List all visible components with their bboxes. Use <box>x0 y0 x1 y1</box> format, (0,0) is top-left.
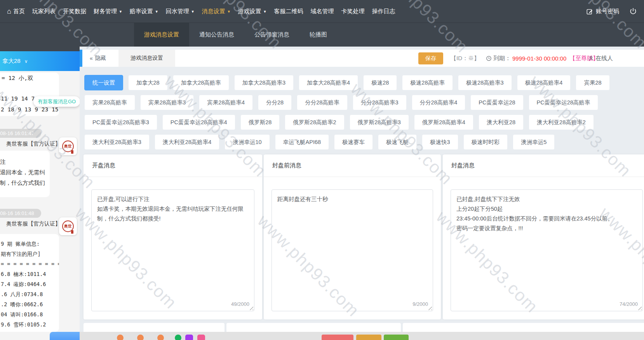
home-icon: ⌂ <box>7 8 11 15</box>
hide-sidebar-button[interactable]: « 隐藏 <box>90 50 106 67</box>
panel-1: 开盘消息已开盘,可以进行下注 如遇卡奖，本期无效退回本金，无需纠结玩家下注无任何… <box>84 154 262 319</box>
power-icon[interactable] <box>629 7 637 15</box>
bottom-action-button[interactable] <box>384 335 409 340</box>
game-row: PC蛋蛋幸运28高赔率3PC蛋蛋幸运28高赔率4俄罗斯28俄罗斯28高赔率2俄罗… <box>84 114 644 130</box>
tab-3[interactable]: 公告弹窗消息 <box>244 23 299 47</box>
current-page-tab[interactable]: 游戏消息设置 <box>118 50 175 67</box>
tab-4[interactable]: 轮播图 <box>299 23 337 47</box>
chat-timestamp: 08-16 16:01:47 <box>0 129 41 138</box>
nav-item-4[interactable]: 财务管理▼ <box>94 8 122 15</box>
game-button[interactable]: 澳洲幸运10 <box>225 134 270 150</box>
panel-title: 封盘消息 <box>443 154 644 177</box>
game-button[interactable]: 统一设置 <box>84 75 123 90</box>
nav-item-3[interactable]: 开奖数据 <box>63 8 86 15</box>
color-dot[interactable] <box>175 335 181 340</box>
game-button[interactable]: 分分28高赔率4 <box>412 95 466 110</box>
chat-result-line: 2 18 9 13 9 23 15 <box>1 106 58 113</box>
color-dot[interactable] <box>137 335 144 340</box>
game-button[interactable]: 极速28高赔率3 <box>458 75 512 90</box>
panel-body: 已开盘,可以进行下注 如遇卡奖，本期无效退回本金，无需纠结玩家下注无任何限制，什… <box>84 177 262 311</box>
message-text: 已封盘,封盘线下下注无效 上分20起下分50起 23:45-00:00后台统计数… <box>456 194 637 233</box>
game-button[interactable]: 分分28 <box>258 95 292 110</box>
game-button[interactable]: PC蛋蛋幸运28 <box>470 95 523 110</box>
resize-handle-icon[interactable] <box>428 306 432 310</box>
chat-message-line: 7.4 蓶妳:0464.6 <box>1 279 58 289</box>
game-button[interactable]: 极速28 <box>363 75 397 90</box>
color-dot[interactable] <box>117 335 124 340</box>
game-button[interactable]: 极速快3 <box>422 134 458 150</box>
game-button[interactable]: 极速飞艇 <box>378 134 417 150</box>
game-button[interactable]: 宾果28高赔率4 <box>199 95 253 110</box>
bottom-action-button[interactable] <box>322 335 353 340</box>
nav-item-8[interactable]: 游戏设置▼ <box>238 8 267 15</box>
nav-item-9[interactable]: 客服二维码 <box>274 8 303 15</box>
tab-1[interactable]: 游戏消息设置 <box>134 23 189 47</box>
message-textarea[interactable]: 已开盘,可以进行下注 如遇卡奖，本期无效退回本金，无需纠结玩家下注无任何限制，什… <box>91 189 254 311</box>
chat-message-line: .2 嗜你:0662.6 <box>1 299 58 309</box>
game-button[interactable]: 澳大利亚28 <box>479 114 524 130</box>
game-button[interactable]: 俄罗斯28高赔率4 <box>414 114 473 130</box>
game-button[interactable]: 俄罗斯28高赔率2 <box>285 114 344 130</box>
nav-item-6[interactable]: 回水管理▼ <box>166 8 195 15</box>
game-button[interactable]: 加拿大28高赔率3 <box>234 75 294 90</box>
game-button[interactable]: 宾果28 <box>576 75 609 90</box>
game-button[interactable]: 极速时时彩 <box>463 134 508 150</box>
chevron-down-icon: ▼ <box>191 10 195 14</box>
account-password-button[interactable]: 账号密码 <box>587 8 619 15</box>
chat-timestamp: 08-16 16:01:48 <box>0 209 41 218</box>
game-row: 澳大利亚28高赔率3澳大利亚28高赔率4澳洲幸运10幸运飞艇API68极速赛车极… <box>84 134 644 150</box>
customer-service-chat-widget: 拿大28 ∨ = 12 小,双 11 19 14 7 1 2 18 9 13 9… <box>0 47 80 340</box>
nav-item-10[interactable]: 域名管理 <box>310 8 334 15</box>
nav-item-5[interactable]: 赔率设置▼ <box>130 8 158 15</box>
game-button[interactable]: 分分28高赔率 <box>297 95 348 110</box>
color-dot[interactable] <box>185 335 193 340</box>
online-count: 在线人 <box>588 50 613 67</box>
nav-item-11[interactable]: 卡奖处理 <box>341 8 364 15</box>
send-button[interactable] <box>50 332 80 340</box>
save-button[interactable]: 保存 <box>418 52 443 64</box>
nav-item-label: 开奖数据 <box>63 8 86 15</box>
tab-2[interactable]: 通知公告消息 <box>189 23 244 47</box>
game-button[interactable]: 澳大利亚28高赔率4 <box>155 134 220 150</box>
sidebar-accent-bar <box>80 50 82 67</box>
resize-handle-icon[interactable] <box>637 306 642 310</box>
nav-item-label: 客服二维码 <box>274 8 303 15</box>
game-button[interactable]: 俄罗斯28高赔率3 <box>350 114 409 130</box>
message-textarea[interactable]: 距离封盘还有三十秒9/2000 <box>272 189 433 311</box>
chat-message-line: 退回本金，无需纠 <box>0 167 47 178</box>
color-dot[interactable] <box>197 335 205 340</box>
chat-message-bubble: 注退回本金，无需纠制，什么方式我们 <box>0 151 50 197</box>
chevron-down-icon: ▼ <box>227 10 231 14</box>
game-button[interactable]: 澳大利亚28高赔率2 <box>529 114 594 130</box>
color-dot[interactable] <box>157 335 164 340</box>
game-button[interactable]: PC蛋蛋幸运28高赔率 <box>529 95 599 110</box>
chevron-down-icon: ▼ <box>155 10 158 14</box>
game-button[interactable]: PC蛋蛋幸运28高赔率3 <box>84 114 157 130</box>
game-button[interactable]: 极速28高赔率4 <box>517 75 571 90</box>
game-button[interactable]: 俄罗斯28 <box>240 114 280 130</box>
chat-room-header[interactable]: 拿大28 ∨ <box>0 51 80 71</box>
game-button[interactable]: 宾果28高赔率 <box>84 95 135 110</box>
game-button[interactable]: 加拿大28高赔率4 <box>299 75 358 90</box>
game-button[interactable]: 宾果28高赔率3 <box>140 95 194 110</box>
new-message-pill-button[interactable]: 有新客服消息GO <box>33 96 80 107</box>
game-button[interactable]: 极速赛车 <box>334 134 373 150</box>
game-button[interactable]: 加拿大28 <box>128 75 168 90</box>
chat-message-line: .6 八月:0734.8 <box>1 289 58 299</box>
game-button[interactable]: 分分28高赔率3 <box>353 95 407 110</box>
game-button[interactable]: 幸运飞艇API68 <box>275 134 329 150</box>
nav-item-2[interactable]: 玩家列表 <box>32 8 56 15</box>
nav-item-7[interactable]: 消息设置▼ <box>202 8 231 15</box>
clock-icon <box>486 56 492 61</box>
game-button[interactable]: PC蛋蛋幸运28高赔率4 <box>162 114 235 130</box>
nav-item-label: 操作日志 <box>372 8 395 15</box>
game-button[interactable]: 澳洲幸运5 <box>513 134 555 150</box>
nav-item-12[interactable]: 操作日志 <box>372 8 395 15</box>
bottom-action-button[interactable] <box>356 335 381 340</box>
game-button[interactable]: 澳大利亚28高赔率3 <box>84 134 150 150</box>
nav-item-1[interactable]: ⌂首页 <box>7 8 25 15</box>
message-textarea[interactable]: 已封盘,封盘线下下注无效 上分20起下分50起 23:45-00:00后台统计数… <box>451 189 643 311</box>
game-button[interactable]: 极速28高赔率 <box>402 75 453 90</box>
resize-handle-icon[interactable] <box>249 306 253 310</box>
game-button[interactable]: 加拿大28高赔率 <box>173 75 229 90</box>
